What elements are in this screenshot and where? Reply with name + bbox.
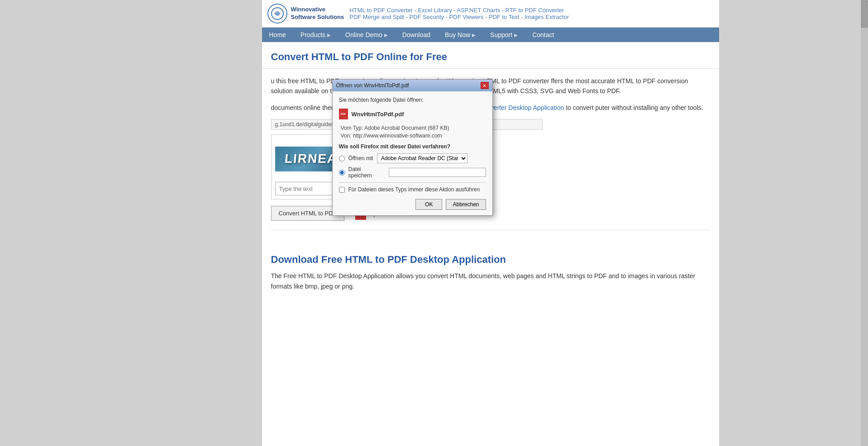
dialog-checkbox-row: Für Dateien dieses Typs immer diese Akti… <box>339 186 486 193</box>
main-content: Winnovative Software Solutions HTML to P… <box>262 0 719 446</box>
dialog-section-label: Sie möchten folgende Datei öffnen: <box>339 97 486 103</box>
dialog-file-source: Von: http://www.winnovative-software.com <box>339 133 486 139</box>
nav-support[interactable]: Support ▶ <box>483 28 525 42</box>
dialog-checkbox-label: Für Dateien dieses Typs immer diese Akti… <box>348 186 480 193</box>
buy-now-arrow-icon: ▶ <box>472 33 476 38</box>
nav-home[interactable]: Home <box>262 28 293 42</box>
scrollbar[interactable] <box>861 0 868 446</box>
nav-buy-now[interactable]: Buy Now ▶ <box>438 28 483 42</box>
navbar: Home Products ▶ Online Demo ▶ Download B… <box>262 28 719 42</box>
online-demo-arrow-icon: ▶ <box>384 33 388 38</box>
dialog-app-select[interactable]: Adobe Acrobat Reader DC (Standard) <box>377 153 467 163</box>
dialog-file-type: Vom Typ: Adobe Acrobat Document (687 KB) <box>339 125 486 131</box>
site-header: Winnovative Software Solutions HTML to P… <box>262 0 719 28</box>
dialog-divider <box>339 182 486 183</box>
dialog-ok-button[interactable]: OK <box>415 199 442 210</box>
dialog-pdf-icon: PDF <box>339 109 348 119</box>
dialog[interactable]: Öffnen von WnvHtmlToPdf.pdf × Sie möchte… <box>332 79 493 216</box>
scrollbar-thumb[interactable] <box>861 0 868 28</box>
radio-save-file[interactable] <box>339 170 345 176</box>
nav-contact[interactable]: Contact <box>525 28 561 42</box>
dialog-title: Öffnen von WnvHtmlToPdf.pdf <box>336 82 409 89</box>
radio-open-with[interactable] <box>339 156 345 161</box>
section-divider <box>271 230 710 230</box>
nav-products[interactable]: Products ▶ <box>293 28 338 42</box>
dialog-always-action-checkbox[interactable] <box>339 187 345 193</box>
logo-area: Winnovative Software Solutions <box>267 4 344 24</box>
header-link-line1[interactable]: HTML to PDF Converter - Excel Library - … <box>349 7 713 14</box>
radio-save-label: Datei speichern <box>348 166 385 179</box>
nav-online-demo[interactable]: Online Demo ▶ <box>338 28 395 42</box>
captcha-text-1: LIRNEA <box>284 152 338 166</box>
left-sidebar <box>0 0 113 446</box>
dialog-titlebar: Öffnen von WnvHtmlToPdf.pdf × <box>333 80 492 91</box>
dialog-radio-save-row: Datei speichern <box>339 166 486 179</box>
dialog-body: Sie möchten folgende Datei öffnen: PDF W… <box>333 91 492 215</box>
nav-download[interactable]: Download <box>395 28 438 42</box>
dialog-radio-open-row: Öffnen mit Adobe Acrobat Reader DC (Stan… <box>339 153 486 163</box>
logo-icon <box>267 4 287 24</box>
dialog-filename: WnvHtmlToPdf.pdf <box>352 111 404 118</box>
radio-open-label: Öffnen mit <box>348 155 373 161</box>
products-arrow-icon: ▶ <box>327 33 331 38</box>
header-links: HTML to PDF Converter - Excel Library - … <box>349 7 713 20</box>
dialog-question: Wie soll Firefox mit dieser Datei verfah… <box>339 143 486 150</box>
dialog-close-button[interactable]: × <box>481 82 489 89</box>
dialog-action-buttons: OK Abbrechen <box>339 199 486 210</box>
dialog-save-input[interactable] <box>389 168 486 177</box>
dialog-cancel-button[interactable]: Abbrechen <box>446 199 486 210</box>
download-section-title: Download Free HTML to PDF Desktop Applic… <box>262 247 719 271</box>
logo-text: Winnovative Software Solutions <box>291 6 344 21</box>
dialog-file-row: PDF WnvHtmlToPdf.pdf <box>339 107 486 121</box>
page-title: Convert HTML to PDF Online for Free <box>262 42 719 69</box>
header-link-line2[interactable]: PDF Merge and Split - PDF Security - PDF… <box>349 14 713 20</box>
download-section-text: The Free HTML to PDF Desktop Application… <box>262 271 719 291</box>
support-arrow-icon: ▶ <box>514 33 518 38</box>
